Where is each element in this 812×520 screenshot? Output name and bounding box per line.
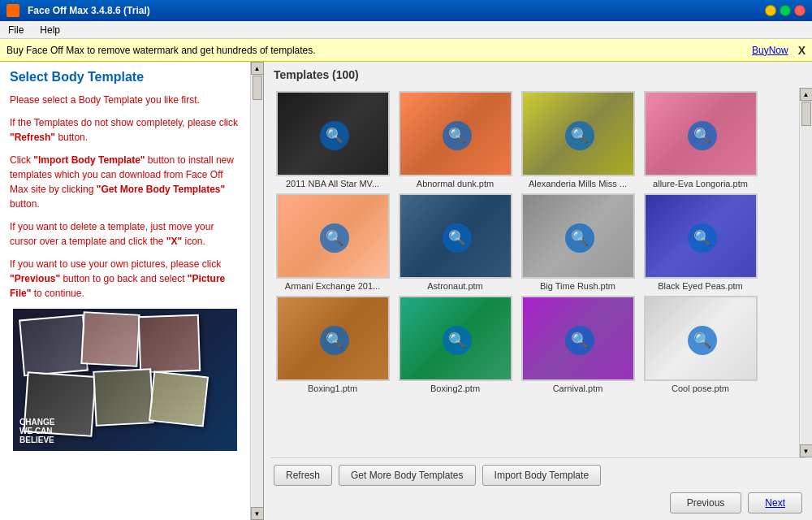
preview-collage: CHANGEWE CANBELIEVE [13,309,237,451]
template-thumb-12: 🔍 [644,296,758,381]
template-label-11: Carnival.ptm [553,384,603,393]
template-item-3[interactable]: 🔍 Alexanderia Mills Miss ... [519,91,637,188]
face-overlay-5: 🔍 [320,223,349,253]
left-panel-wrapper: Select Body Template Please select a Bod… [0,62,263,520]
template-item-2[interactable]: 🔍 Abnormal dunk.ptm [396,91,514,188]
import-button[interactable]: Import Body Template [482,465,602,486]
template-label-12: Cool pose.ptm [672,384,729,393]
template-thumb-1: 🔍 [276,91,390,176]
template-label-9: Boxing1.ptm [308,384,357,393]
right-scrollbar[interactable]: ▲ ▼ [799,88,812,457]
panel-text-3: Click "Import Body Template" button to i… [10,153,240,211]
preview-photo-1 [19,314,89,377]
left-panel-content: Select Body Template Please select a Bod… [0,62,250,520]
template-thumb-7: 🔍 [521,193,635,279]
template-label-4: allure-Eva Longoria.ptm [653,179,748,188]
notification-text: Buy Face Off Max to remove watermark and… [6,45,316,56]
face-overlay-10: 🔍 [443,326,472,355]
minimize-button[interactable] [765,5,776,16]
face-overlay-12: 🔍 [688,326,717,355]
action-buttons: Refresh Get More Body Templates Import B… [274,465,802,486]
app-icon [6,4,19,17]
template-label-7: Big Time Rush.ptm [540,281,615,291]
window-close-button[interactable] [794,5,806,16]
face-overlay-3: 🔍 [565,121,594,150]
template-item-9[interactable]: 🔍 Boxing1.ptm [274,296,391,393]
template-item-1[interactable]: 🔍 2011 NBA All Star MV... [274,91,391,188]
panel-text-5: If you want to use your own pictures, pl… [10,257,240,301]
template-label-5: Armani Exchange 201... [285,281,380,291]
templates-grid: 🔍 2011 NBA All Star MV... 🔍 Abnormal dun… [270,88,793,396]
template-label-10: Boxing2.ptm [430,384,480,393]
preview-photo-6 [149,371,209,427]
bottom-area: Refresh Get More Body Templates Import B… [264,458,812,520]
maximize-button[interactable] [780,5,791,16]
left-panel-scrollbar[interactable]: ▲ ▼ [250,62,263,520]
panel-text-4: If you want to delete a template, just m… [10,219,240,249]
right-scroll-thumb[interactable] [801,102,811,126]
previous-button[interactable]: Previous [670,492,742,514]
right-scroll-up[interactable]: ▲ [800,88,813,101]
template-label-6: Astronaut.ptm [427,281,482,291]
preview-photo-5 [93,368,153,427]
main-layout: Select Body Template Please select a Bod… [0,62,812,520]
scroll-track[interactable] [252,75,263,507]
panel-text-2: If the Templates do not show completely,… [10,115,240,145]
buy-now-link[interactable]: BuyNow [752,45,788,56]
nav-buttons: Previous Next [274,492,802,514]
face-overlay-4: 🔍 [688,121,717,150]
help-menu[interactable]: Help [35,23,65,37]
scroll-up-arrow[interactable]: ▲ [251,62,264,75]
template-item-7[interactable]: 🔍 Big Time Rush.ptm [519,193,637,291]
template-item-12[interactable]: 🔍 Cool pose.ptm [641,296,759,393]
notification-close[interactable]: X [798,44,806,57]
scroll-thumb[interactable] [253,76,262,100]
next-button[interactable]: Next [748,492,802,514]
face-overlay-8: 🔍 [688,223,717,253]
template-thumb-3: 🔍 [521,91,635,176]
right-scroll-track[interactable] [801,101,812,444]
template-item-10[interactable]: 🔍 Boxing2.ptm [396,296,514,393]
title-bar: Face Off Max 3.4.8.6 (Trial) [0,0,812,21]
right-scroll-down[interactable]: ▼ [800,444,813,457]
face-overlay-6: 🔍 [443,223,472,253]
template-thumb-10: 🔍 [399,296,512,381]
face-overlay-1: 🔍 [320,121,349,150]
face-overlay-9: 🔍 [320,326,349,355]
template-thumb-11: 🔍 [521,296,635,381]
menu-bar: File Help [0,21,812,39]
panel-title: Select Body Template [10,70,240,84]
refresh-button[interactable]: Refresh [274,465,332,486]
face-overlay-7: 🔍 [565,223,594,253]
template-label-1: 2011 NBA All Star MV... [286,179,379,188]
right-panel: Templates (100) 🔍 2011 NBA All Star MV..… [264,62,812,520]
template-item-11[interactable]: 🔍 Carnival.ptm [519,296,637,393]
preview-area: CHANGEWE CANBELIEVE [13,309,237,451]
template-item-5[interactable]: 🔍 Armani Exchange 201... [274,193,391,291]
template-thumb-6: 🔍 [399,193,512,279]
template-label-8: Black Eyed Peas.ptm [658,281,743,291]
template-label-3: Alexanderia Mills Miss ... [529,179,627,188]
template-label-2: Abnormal dunk.ptm [417,179,494,188]
template-thumb-5: 🔍 [276,193,390,279]
preview-photo-2 [80,311,140,367]
scroll-down-arrow[interactable]: ▼ [251,507,264,520]
get-more-button[interactable]: Get More Body Templates [339,465,476,486]
template-item-6[interactable]: 🔍 Astronaut.ptm [396,193,514,291]
window-title: Face Off Max 3.4.8.6 (Trial) [6,4,150,17]
template-thumb-4: 🔍 [644,91,758,176]
templates-area: 🔍 2011 NBA All Star MV... 🔍 Abnormal dun… [264,88,812,457]
template-thumb-9: 🔍 [276,296,390,381]
face-overlay-11: 🔍 [565,326,594,355]
preview-photo-3 [138,314,201,374]
templates-header: Templates (100) [264,62,812,88]
file-menu[interactable]: File [3,23,28,37]
templates-grid-wrapper: 🔍 2011 NBA All Star MV... 🔍 Abnormal dun… [264,88,799,457]
template-thumb-8: 🔍 [644,193,758,279]
face-overlay-2: 🔍 [443,121,472,150]
template-item-4[interactable]: 🔍 allure-Eva Longoria.ptm [641,91,759,188]
template-thumb-2: 🔍 [399,91,512,176]
notification-bar: Buy Face Off Max to remove watermark and… [0,39,812,62]
preview-caption: CHANGEWE CANBELIEVE [19,418,54,444]
template-item-8[interactable]: 🔍 Black Eyed Peas.ptm [641,193,759,291]
